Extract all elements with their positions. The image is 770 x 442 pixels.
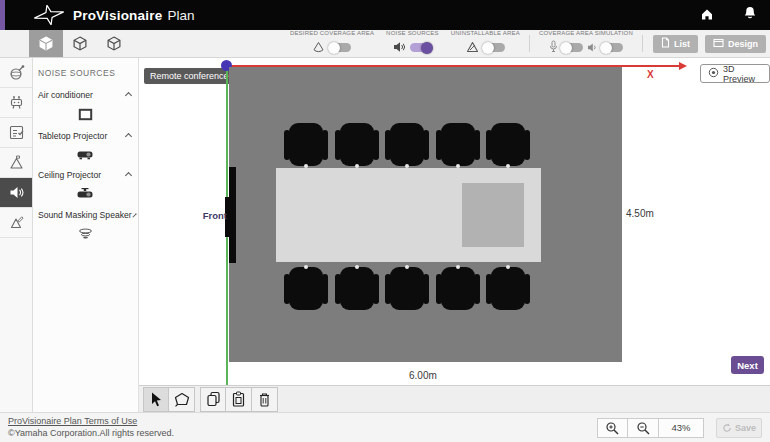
room-depth-dimension: 4.50m [626, 208, 654, 219]
noise-sources-toggle[interactable] [410, 43, 432, 52]
chair[interactable] [335, 266, 379, 311]
chair[interactable] [436, 122, 480, 167]
chair[interactable] [486, 266, 530, 311]
chevron-up-icon[interactable] [125, 171, 132, 178]
uninstallable-area-label: UNINSTALLABLE AREA [451, 30, 520, 36]
chevron-up-icon[interactable] [132, 213, 136, 217]
uninstallable-area-group: UNINSTALLABLE AREA [445, 30, 526, 57]
chair[interactable] [335, 122, 379, 167]
zoom-level-value: 43% [659, 418, 704, 438]
tab-plan-3[interactable] [97, 30, 131, 57]
sidebar-item-room[interactable] [0, 58, 32, 88]
cube-icon [107, 36, 121, 51]
draw-area-tool-button[interactable] [169, 387, 195, 412]
brand-suffix: Plan [167, 8, 194, 23]
save-button[interactable]: Save [716, 418, 762, 438]
noise-sources-group: NOISE SOURCES [380, 30, 445, 57]
next-button-label: Next [737, 360, 758, 371]
delete-button[interactable] [252, 387, 278, 412]
chair[interactable] [436, 266, 480, 311]
terms-of-use-link[interactable]: ProVisionaire Plan Terms of Use [8, 416, 174, 428]
app-logo: ProVisionaire Plan [34, 5, 194, 25]
chair[interactable] [284, 266, 328, 311]
zoom-in-icon [605, 421, 619, 435]
item-label: Tabletop Projector [38, 131, 124, 141]
chair[interactable] [284, 122, 328, 167]
room-rectangle[interactable] [229, 67, 622, 362]
top-bar: ProVisionaire Plan [0, 0, 770, 30]
copyright-text: ©Yamaha Corporation.All rights reserved. [8, 428, 174, 440]
equipment-icon [8, 94, 25, 111]
brand-accent-strip [0, 0, 5, 30]
chair[interactable] [486, 122, 530, 167]
ceiling-projector-icon[interactable] [33, 188, 138, 200]
zoom-in-button[interactable] [597, 418, 628, 438]
save-button-label: Save [735, 423, 756, 433]
design-button-label: Design [728, 39, 758, 49]
edit-tools-bar [139, 385, 770, 412]
bell-icon[interactable] [744, 6, 756, 24]
select-tool-button[interactable] [143, 387, 169, 412]
design-window-icon [713, 38, 724, 50]
noise-sources-label: NOISE SOURCES [386, 30, 439, 36]
front-label: Front [197, 210, 227, 221]
trash-icon [258, 392, 271, 407]
zoom-out-button[interactable] [628, 418, 659, 438]
noise-sources-panel: NOISE SOURCES Air conditioner Tabletop P… [33, 58, 139, 412]
preview-eye-icon [708, 67, 719, 80]
logo-star-icon [34, 5, 64, 25]
simulation-speaker-toggle[interactable] [601, 43, 623, 52]
next-button[interactable]: Next [731, 356, 764, 374]
list-item-sound-masking-speaker: Sound Masking Speaker [33, 210, 138, 240]
home-icon[interactable] [700, 6, 714, 24]
item-label: Sound Masking Speaker [38, 210, 132, 220]
plan-tabs [29, 30, 131, 57]
speaker-icon [393, 39, 406, 57]
document-icon [661, 37, 670, 50]
copy-button[interactable] [200, 387, 226, 412]
desired-coverage-area-toggle[interactable] [329, 43, 351, 52]
zoom-out-icon [636, 421, 650, 435]
design-button[interactable]: Design [705, 35, 766, 53]
uninstallable-area-toggle[interactable] [483, 43, 505, 52]
simulation-mic-toggle[interactable] [561, 43, 583, 52]
item-label: Air conditioner [38, 90, 124, 100]
chevron-up-icon[interactable] [125, 91, 132, 98]
list-item-tabletop-projector: Tabletop Projector [33, 131, 138, 160]
list-button[interactable]: List [653, 35, 698, 53]
front-display[interactable] [229, 167, 236, 263]
tab-plan-1[interactable] [29, 30, 63, 57]
checklist-icon [8, 124, 25, 141]
chevron-up-icon[interactable] [125, 132, 132, 139]
view-toolbar: DESIRED COVERAGE AREA NOISE SOURCES [0, 30, 770, 58]
panel-title: NOISE SOURCES [38, 68, 138, 78]
list-button-label: List [674, 39, 690, 49]
chair[interactable] [385, 122, 429, 167]
floor-plan-canvas[interactable]: Remote conference room X [139, 58, 770, 385]
conference-table[interactable] [276, 168, 541, 262]
cube-icon [73, 36, 87, 51]
save-refresh-icon [722, 423, 732, 433]
sidebar-item-noise-sources[interactable] [0, 178, 32, 208]
desired-coverage-area-label: DESIRED COVERAGE AREA [290, 30, 374, 36]
paste-button[interactable] [226, 387, 252, 412]
list-item-air-conditioner: Air conditioner [33, 90, 138, 121]
brand-name: ProVisionaire [73, 8, 162, 23]
3d-preview-button[interactable]: 3D Preview [700, 64, 770, 83]
sidebar-item-uninstallable-area[interactable] [0, 208, 32, 238]
sound-masking-speaker-icon[interactable] [33, 228, 138, 240]
preview-button-label: 3D Preview [723, 64, 762, 84]
sidebar-item-coverage-area[interactable] [0, 148, 32, 178]
table-inset-panel[interactable] [462, 183, 524, 247]
air-conditioner-icon[interactable] [33, 108, 138, 121]
chair[interactable] [385, 266, 429, 311]
uninstallable-area-icon [8, 214, 25, 231]
tab-plan-2[interactable] [63, 30, 97, 57]
mic-icon [549, 39, 558, 57]
paste-icon [231, 391, 246, 407]
warning-triangle-icon [466, 39, 479, 57]
sidebar-item-equipment[interactable] [0, 88, 32, 118]
tool-sidebar [0, 58, 33, 412]
sidebar-item-checklist[interactable] [0, 118, 32, 148]
tabletop-projector-icon[interactable] [33, 149, 138, 160]
